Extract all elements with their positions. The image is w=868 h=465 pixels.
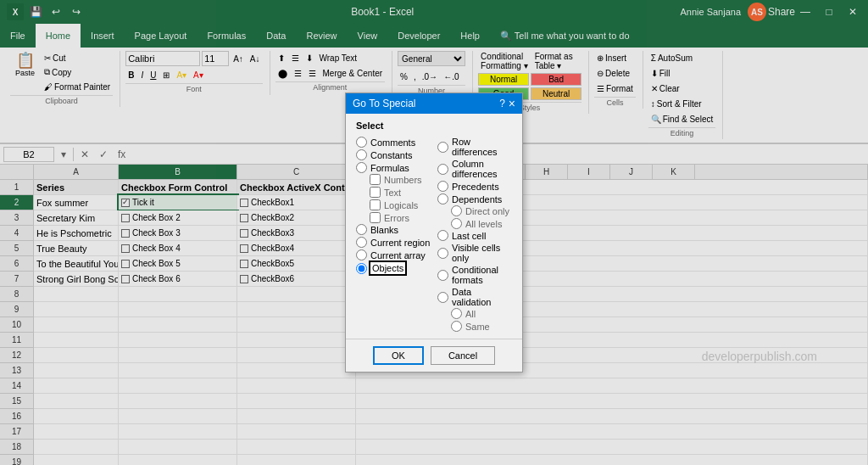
sub-numbers-label: Numbers — [384, 175, 422, 185]
radio-blanks[interactable]: Blanks — [356, 223, 431, 236]
sub-direct-only-label: Direct only — [465, 206, 509, 216]
radio-objects-input[interactable] — [356, 263, 367, 274]
radio-row-diff-label: Row differences — [452, 137, 512, 157]
dialog-title: Go To Special — [353, 98, 416, 109]
dialog-left-col: Comments Constants Formulas Numbers — [356, 136, 431, 332]
radio-last-cell-label: Last cell — [452, 231, 486, 241]
radio-formulas-input[interactable] — [356, 162, 367, 173]
sub-same: Same — [451, 321, 512, 332]
sub-text-label: Text — [384, 188, 401, 198]
radio-last-cell[interactable]: Last cell — [437, 229, 512, 242]
dialog-select-label: Select — [356, 120, 512, 131]
dialog-title-bar: Go To Special ? × — [346, 93, 522, 114]
dialog-footer: OK Cancel — [346, 339, 522, 372]
sub-direct-only: Direct only — [451, 205, 512, 216]
sub-all-levels: All levels — [451, 218, 512, 229]
dialog-right-col: Row differences Column differences Prece… — [437, 136, 512, 332]
radio-data-validation[interactable]: Data validation — [437, 286, 512, 308]
sub-logicals: Logicals — [370, 199, 431, 210]
sub-logicals-input[interactable] — [370, 199, 381, 210]
sub-numbers: Numbers — [370, 174, 431, 185]
radio-dependents-input[interactable] — [437, 193, 448, 204]
dialog-overlay: Go To Special ? × Select Comments Consta… — [0, 0, 868, 465]
radio-current-array-input[interactable] — [356, 249, 367, 261]
radio-row-diff[interactable]: Row differences — [437, 136, 512, 158]
dependents-sub-options: Direct only All levels — [451, 205, 512, 229]
radio-constants-label: Constants — [370, 150, 413, 160]
dialog-cancel-button[interactable]: Cancel — [431, 346, 495, 365]
dialog-title-controls: ? × — [499, 97, 515, 110]
dialog-body: Select Comments Constants Formulas — [346, 114, 522, 339]
sub-direct-only-input[interactable] — [451, 205, 462, 216]
formulas-sub-options: Numbers Text Logicals Errors — [370, 174, 431, 223]
radio-dependents[interactable]: Dependents — [437, 193, 512, 205]
radio-objects-label: Objects — [370, 262, 405, 274]
dialog-close-button[interactable]: × — [509, 97, 515, 110]
radio-col-diff-label: Column differences — [452, 159, 512, 179]
sub-all-levels-label: All levels — [465, 219, 502, 229]
radio-comments-input[interactable] — [356, 137, 367, 148]
radio-col-diff-input[interactable] — [437, 164, 448, 175]
radio-data-validation-label: Data validation — [452, 287, 512, 307]
radio-row-diff-input[interactable] — [437, 142, 448, 153]
radio-objects[interactable]: Objects — [356, 261, 431, 275]
data-val-sub-options: All Same — [451, 308, 512, 332]
sub-same-label: Same — [465, 322, 490, 332]
radio-data-validation-input[interactable] — [437, 292, 448, 303]
sub-same-input[interactable] — [451, 321, 462, 332]
dialog-ok-button[interactable]: OK — [373, 346, 424, 365]
sub-text-input[interactable] — [370, 187, 381, 198]
radio-current-region-input[interactable] — [356, 237, 367, 248]
dialog-help-button[interactable]: ? — [499, 98, 505, 109]
radio-precedents-input[interactable] — [437, 181, 448, 192]
sub-all: All — [451, 308, 512, 319]
radio-comments-label: Comments — [370, 137, 415, 148]
sub-numbers-input[interactable] — [370, 174, 381, 185]
radio-cond-formats[interactable]: Conditional formats — [437, 264, 512, 286]
radio-col-diff[interactable]: Column differences — [437, 158, 512, 180]
sub-errors: Errors — [370, 212, 431, 223]
radio-comments[interactable]: Comments — [356, 136, 431, 148]
radio-precedents[interactable]: Precedents — [437, 180, 512, 193]
radio-cond-formats-label: Conditional formats — [452, 265, 512, 285]
radio-formulas-label: Formulas — [370, 163, 409, 173]
radio-dependents-label: Dependents — [452, 194, 502, 204]
radio-current-array-label: Current array — [370, 250, 426, 261]
radio-blanks-input[interactable] — [356, 224, 367, 235]
sub-errors-input[interactable] — [370, 212, 381, 223]
sub-logicals-label: Logicals — [384, 200, 418, 210]
radio-formulas[interactable]: Formulas — [356, 161, 431, 174]
radio-visible-only-label: Visible cells only — [452, 243, 512, 263]
radio-constants[interactable]: Constants — [356, 148, 431, 161]
radio-visible-only-input[interactable] — [437, 248, 448, 259]
radio-precedents-label: Precedents — [452, 182, 499, 192]
sub-all-levels-input[interactable] — [451, 218, 462, 229]
radio-blanks-label: Blanks — [370, 225, 398, 235]
radio-constants-input[interactable] — [356, 149, 367, 160]
radio-current-region[interactable]: Current region — [356, 236, 431, 249]
sub-text: Text — [370, 187, 431, 198]
radio-current-array[interactable]: Current array — [356, 249, 431, 261]
radio-last-cell-input[interactable] — [437, 230, 448, 241]
go-to-special-dialog: Go To Special ? × Select Comments Consta… — [345, 92, 523, 373]
radio-cond-formats-input[interactable] — [437, 270, 448, 281]
sub-all-input[interactable] — [451, 308, 462, 319]
sub-all-label: All — [465, 309, 476, 319]
sub-errors-label: Errors — [384, 213, 409, 223]
radio-current-region-label: Current region — [370, 238, 430, 248]
radio-visible-only[interactable]: Visible cells only — [437, 242, 512, 264]
dialog-columns: Comments Constants Formulas Numbers — [356, 136, 512, 332]
